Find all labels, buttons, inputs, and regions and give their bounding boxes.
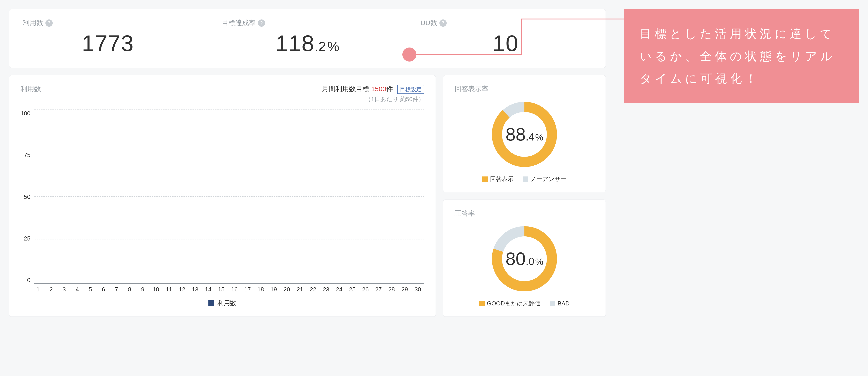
kpi-uu: UU数 ? 10	[407, 18, 592, 56]
kpi-usage-value: 1773	[23, 30, 194, 56]
x-tick: 6	[97, 286, 110, 293]
kpi-target-rate-value: 118 .2 %	[222, 30, 393, 56]
x-tick: 21	[293, 286, 307, 293]
x-tick: 19	[267, 286, 280, 293]
x-tick: 29	[398, 286, 411, 293]
donut1-title: 回答表示率	[455, 84, 594, 94]
y-tick: 0	[27, 277, 30, 284]
y-tick: 100	[21, 110, 30, 117]
x-tick: 16	[228, 286, 241, 293]
x-tick: 2	[44, 286, 58, 293]
callout-box: 目標とした活用状況に達しているか、全体の状態をリアルタイムに可視化！	[624, 9, 859, 103]
kpi-target-rate-label: 目標達成率	[222, 18, 256, 28]
y-tick: 50	[24, 194, 30, 200]
bar-legend: 利用数	[21, 299, 424, 308]
bar-target: 月間利用数目標 1500件 目標設定 （1日あたり 約50件）	[322, 84, 424, 103]
target-set-button[interactable]: 目標設定	[397, 85, 424, 94]
kpi-uu-value: 10	[421, 30, 592, 56]
y-tick: 25	[24, 235, 30, 242]
x-tick: 30	[411, 286, 424, 293]
x-tick: 1	[31, 286, 44, 293]
x-tick: 8	[123, 286, 136, 293]
bar-legend-label: 利用数	[217, 299, 237, 308]
usage-bar-card: 利用数 月間利用数目標 1500件 目標設定 （1日あたり 約50件） 1007…	[9, 75, 436, 317]
x-tick: 23	[320, 286, 333, 293]
bar-target-prefix: 月間利用数目標	[322, 85, 371, 92]
kpi-uu-label: UU数	[421, 18, 437, 28]
x-tick: 12	[176, 286, 188, 293]
bar-target-unit: 件	[386, 85, 393, 92]
x-tick: 15	[215, 286, 228, 293]
donut2-title: 正答率	[455, 209, 594, 218]
x-tick: 14	[202, 286, 215, 293]
x-tick: 4	[71, 286, 84, 293]
x-tick: 24	[333, 286, 346, 293]
x-tick: 5	[84, 286, 97, 293]
legend-swatch	[209, 300, 214, 306]
kpi-target-rate: 目標達成率 ? 118 .2 %	[208, 18, 407, 56]
x-tick: 22	[307, 286, 320, 293]
legend-swatch	[550, 301, 555, 306]
x-tick: 18	[254, 286, 267, 293]
help-icon[interactable]: ?	[45, 20, 53, 27]
dashboard: 利用数 ? 1773 目標達成率 ? 118 .2 % UU数 ?	[9, 9, 606, 317]
x-tick: 7	[110, 286, 123, 293]
bar-target-value: 1500	[371, 85, 386, 92]
bar-target-per-day: （1日あたり 約50件）	[322, 95, 424, 103]
x-tick: 28	[385, 286, 398, 293]
x-tick: 11	[162, 286, 176, 293]
y-tick: 75	[24, 151, 30, 158]
donut2-chart: 80 .0 %	[455, 223, 594, 295]
x-tick: 25	[346, 286, 359, 293]
x-tick: 10	[149, 286, 162, 293]
kpi-usage: 利用数 ? 1773	[23, 18, 208, 56]
legend-swatch	[479, 301, 485, 306]
x-tick: 9	[136, 286, 149, 293]
donut2-legend: GOODまたは未評価 BAD	[455, 299, 594, 308]
legend-swatch	[483, 176, 488, 182]
x-tick: 20	[280, 286, 293, 293]
x-tick: 26	[359, 286, 372, 293]
correct-rate-card: 正答率 80 .0 % GOODまたは未評価 BAD	[443, 200, 606, 317]
x-tick: 17	[241, 286, 254, 293]
donut1-legend: 回答表示 ノーアンサー	[455, 175, 594, 183]
x-tick: 27	[372, 286, 385, 293]
help-icon[interactable]: ?	[258, 20, 265, 27]
bar-card-title: 利用数	[21, 84, 41, 94]
usage-bar-chart: 1007550250 12345678910111213141516171819…	[21, 110, 424, 308]
kpi-strip: 利用数 ? 1773 目標達成率 ? 118 .2 % UU数 ?	[9, 9, 606, 68]
help-icon[interactable]: ?	[439, 20, 447, 27]
legend-swatch	[523, 176, 528, 182]
answer-display-rate-card: 回答表示率 88 .4 % 回答表示 ノーアンサー	[443, 75, 606, 192]
x-tick: 3	[58, 286, 71, 293]
x-tick: 13	[188, 286, 202, 293]
donut1-chart: 88 .4 %	[455, 98, 594, 171]
kpi-usage-label: 利用数	[23, 18, 43, 28]
